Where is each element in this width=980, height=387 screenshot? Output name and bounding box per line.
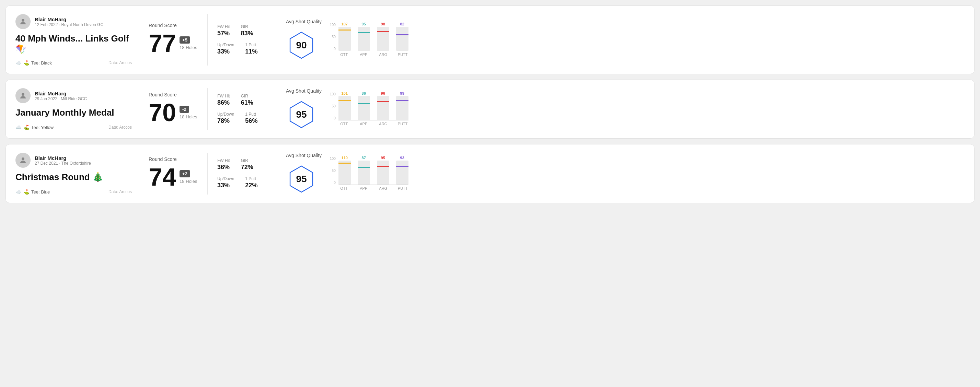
avatar	[16, 88, 30, 103]
bar-x-label: OTT	[339, 122, 350, 126]
bar-value-label: 82	[400, 22, 404, 26]
tee-label: Tee: Blue	[31, 189, 50, 195]
score-number: 74	[149, 165, 176, 189]
chart-bar-group: 107	[339, 22, 351, 51]
bar-accent-line	[358, 167, 370, 168]
updown-stat: Up/Down 33%	[217, 176, 234, 189]
bar-x-label: APP	[358, 122, 369, 126]
bar-accent-line	[339, 30, 351, 30]
chart-bars-row: 110 87 95 93	[339, 157, 409, 185]
bar-background	[377, 96, 389, 120]
score-badge-group: +2 18 Holes	[180, 170, 197, 184]
gir-label: GIR	[241, 94, 253, 98]
bar-background	[339, 27, 351, 51]
bar-accent-line	[396, 34, 409, 35]
player-info: Blair McHarg 12 Feb 2022 · Royal North D…	[35, 16, 103, 27]
svg-point-4	[22, 157, 24, 160]
chart-bar-group: 95	[358, 22, 370, 51]
bar-x-label: PUTT	[397, 122, 409, 126]
score-badge-group: +5 18 Holes	[180, 36, 197, 50]
y-label-0: 0	[334, 48, 336, 51]
one-putt-stat: 1 Putt 11%	[245, 43, 258, 55]
one-putt-value: 22%	[245, 182, 258, 189]
bar-background	[358, 27, 370, 51]
gir-value: 61%	[241, 99, 253, 106]
bar-accent-line	[339, 163, 351, 163]
weather-icon: ☁️	[16, 189, 21, 195]
bar-value-label: 95	[381, 156, 385, 160]
tee-label: Tee: Black	[31, 60, 52, 65]
updown-label: Up/Down	[217, 176, 234, 181]
avg-shot-quality-label: Avg Shot Quality	[286, 88, 321, 94]
y-axis: 100 50 0	[330, 93, 337, 120]
bar-accent-line	[358, 103, 370, 104]
card-left: Blair McHarg 12 Feb 2022 · Royal North D…	[16, 14, 139, 65]
chart-bar-group: 96	[377, 91, 389, 120]
score-holes: 18 Holes	[180, 179, 197, 184]
chart-bar-group: 101	[339, 91, 351, 120]
hexagon-score: 90	[296, 40, 307, 51]
bar-x-label: PUTT	[397, 186, 409, 190]
updown-label: Up/Down	[217, 112, 234, 117]
bar-background	[377, 160, 389, 185]
card-left: Blair McHarg 29 Jan 2022 · Mill Ride GCC…	[16, 88, 139, 130]
round-score-label: Round Score	[149, 92, 198, 97]
weather-icon: ☁️	[16, 125, 21, 130]
bar-background	[339, 96, 351, 120]
chart-bar-group: 95	[377, 156, 389, 185]
tee-info: ☁️ ⛳ Tee: Black	[16, 60, 52, 65]
score-holes: 18 Holes	[180, 45, 197, 50]
bar-x-label: OTT	[339, 186, 350, 190]
y-axis: 100 50 0	[330, 23, 337, 51]
bar-background	[339, 160, 351, 185]
svg-point-0	[22, 19, 24, 22]
card-footer: ☁️ ⛳ Tee: Black Data: Arccos	[16, 60, 132, 65]
bar-chart: 100 50 0 101 86 96	[330, 93, 409, 126]
chart-bar-group: 86	[358, 91, 370, 120]
fw-hit-stat: FW Hit 86%	[217, 94, 230, 106]
chart-bar-group: 99	[396, 91, 409, 120]
stats-section: FW Hit 36% GIR 72% Up/Down 33% 1 Putt	[208, 153, 276, 195]
chart-x-labels: OTTAPPARGPUTT	[339, 52, 409, 57]
player-meta: 29 Jan 2022 · Mill Ride GCC	[35, 97, 87, 101]
bar-x-label: ARG	[378, 122, 389, 126]
hexagon-container: 90	[286, 30, 317, 61]
fw-hit-value: 57%	[217, 30, 230, 37]
bar-x-label: APP	[358, 52, 369, 57]
stats-section: FW Hit 86% GIR 61% Up/Down 78% 1 Putt	[208, 88, 276, 130]
player-name: Blair McHarg	[35, 16, 103, 22]
round-score-label: Round Score	[149, 157, 198, 162]
stats-row-bottom: Up/Down 78% 1 Putt 56%	[217, 112, 266, 125]
one-putt-stat: 1 Putt 22%	[245, 176, 258, 189]
bar-accent-line	[396, 166, 409, 167]
y-label-50: 50	[332, 105, 336, 108]
bar-value-label: 98	[381, 22, 385, 26]
hexagon-score: 95	[296, 109, 307, 120]
chart-bars-row: 107 95 98 82	[339, 23, 409, 51]
bar-accent-line	[396, 100, 409, 101]
chart-bar-group: 82	[396, 22, 409, 51]
card-footer: ☁️ ⛳ Tee: Yellow Data: Arccos	[16, 125, 132, 130]
bar-x-label: ARG	[378, 52, 389, 57]
bar-background	[377, 27, 389, 51]
bar-background	[396, 160, 409, 185]
score-number: 77	[149, 31, 176, 56]
gir-stat: GIR 61%	[241, 94, 253, 106]
round-title: Christmas Round 🎄	[16, 172, 132, 182]
chart-bar-group: 87	[358, 156, 370, 185]
bar-value-label: 107	[342, 22, 348, 26]
updown-label: Up/Down	[217, 43, 234, 48]
gir-value: 72%	[241, 163, 253, 171]
score-modifier-badge: -2	[180, 106, 189, 113]
person-icon	[19, 92, 27, 100]
weather-icon: ☁️	[16, 60, 21, 65]
fw-hit-value: 86%	[217, 99, 230, 106]
one-putt-value: 56%	[245, 117, 258, 125]
card-left: Blair McHarg 27 Dec 2021 · The Oxfordshi…	[16, 153, 139, 195]
bar-value-label: 93	[400, 156, 404, 160]
bar-background	[358, 96, 370, 120]
quality-left: Avg Shot Quality 95	[286, 153, 321, 195]
y-axis: 100 50 0	[330, 157, 337, 185]
avg-shot-quality-label: Avg Shot Quality	[286, 153, 321, 158]
gir-stat: GIR 83%	[241, 24, 253, 37]
